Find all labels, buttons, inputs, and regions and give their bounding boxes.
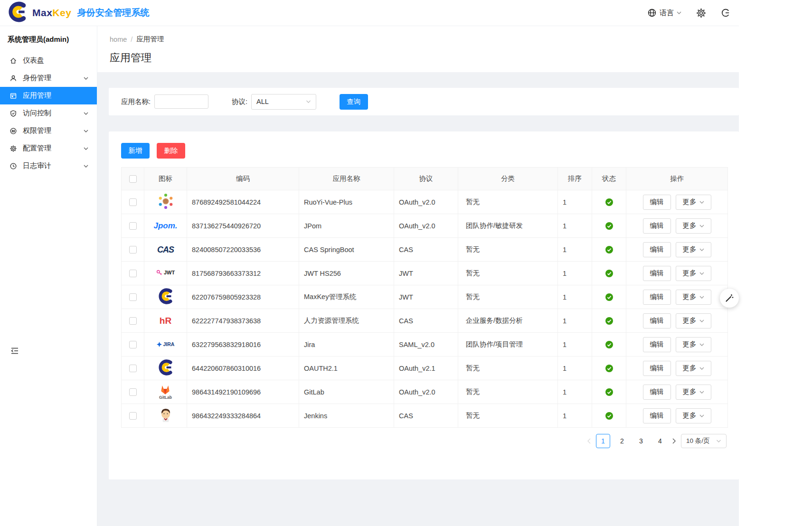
page-size-select[interactable]: 10 条/页: [681, 434, 727, 448]
app-name: RuoYi-Vue-Plus: [299, 190, 394, 214]
edit-button[interactable]: 编辑: [643, 195, 671, 210]
sidebar-item-audit[interactable]: 日志审计: [0, 157, 97, 175]
page-button-3[interactable]: 3: [634, 434, 648, 448]
col-header-code: 编码: [187, 168, 299, 190]
settings-button[interactable]: [696, 8, 707, 19]
row-checkbox[interactable]: [129, 388, 137, 396]
audit-icon: [9, 162, 17, 170]
app-code: 824008507220033536: [187, 238, 299, 262]
app-category: 团队协作/敏捷研发: [458, 214, 558, 238]
edit-button[interactable]: 编辑: [643, 266, 671, 281]
col-header-status: 状态: [592, 168, 626, 190]
chevron-down-icon: [84, 76, 88, 80]
row-checkbox[interactable]: [129, 365, 137, 372]
row-checkbox[interactable]: [129, 341, 137, 348]
more-button[interactable]: 更多: [676, 242, 711, 257]
sidebar-menu: 仪表盘 身份管理 应用管理 访问控制: [0, 52, 97, 175]
theme-settings-button[interactable]: [720, 289, 739, 308]
chevron-down-icon: [699, 390, 704, 394]
sidebar-item-access-control[interactable]: 访问控制: [0, 104, 97, 122]
chevron-down-icon: [699, 343, 704, 347]
edit-button[interactable]: 编辑: [643, 218, 671, 234]
app-protocol: OAuth_v2.1: [394, 357, 458, 380]
delete-button[interactable]: 删除: [157, 143, 185, 159]
more-button[interactable]: 更多: [676, 385, 711, 400]
row-checkbox[interactable]: [129, 198, 137, 206]
more-button[interactable]: 更多: [676, 361, 711, 376]
edit-button[interactable]: 编辑: [643, 313, 671, 329]
table-toolbar: 新增 删除: [121, 143, 727, 159]
app-code: 876892492581044224: [187, 190, 299, 214]
more-button[interactable]: 更多: [676, 337, 711, 352]
more-button[interactable]: 更多: [676, 195, 711, 210]
app-sort: 1: [558, 262, 592, 285]
chevron-down-icon: [699, 224, 704, 228]
app-code: 986431492190109696: [187, 380, 299, 404]
more-button[interactable]: 更多: [676, 266, 711, 281]
edit-button[interactable]: 编辑: [643, 337, 671, 352]
status-enabled-icon: [605, 292, 614, 300]
app-category: 暂无: [458, 404, 558, 428]
edit-button[interactable]: 编辑: [643, 408, 671, 423]
sidebar-item-identity[interactable]: 身份管理: [0, 69, 97, 87]
sidebar-item-applications[interactable]: 应用管理: [0, 87, 97, 104]
app-name-input[interactable]: [154, 94, 208, 109]
more-button[interactable]: 更多: [676, 290, 711, 305]
page-title: 应用管理: [110, 51, 727, 65]
more-button[interactable]: 更多: [676, 408, 711, 423]
protocol-select[interactable]: ALL: [251, 94, 316, 110]
app-root: MaxKey 身份安全管理系统 语言 系统管理员(admin): [0, 0, 739, 526]
chevron-down-icon: [84, 147, 88, 150]
status-enabled-icon: [605, 245, 614, 253]
app-protocol: JWT: [394, 285, 458, 309]
logout-button[interactable]: [721, 8, 730, 18]
row-checkbox[interactable]: [129, 270, 137, 277]
hr-logo: hR: [160, 316, 171, 325]
more-button[interactable]: 更多: [676, 313, 711, 329]
maxkey-logo-icon: [7, 1, 28, 25]
sidebar-collapse-button[interactable]: [10, 347, 19, 357]
jenkins-logo: [159, 407, 172, 423]
row-checkbox[interactable]: [129, 246, 137, 254]
next-page-button[interactable]: [672, 438, 676, 444]
page-button-2[interactable]: 2: [615, 434, 629, 448]
app-name: JWT HS256: [299, 262, 394, 285]
app-sort: 1: [558, 285, 592, 309]
status-enabled-icon: [605, 269, 614, 276]
page-button-4[interactable]: 4: [653, 434, 667, 448]
row-checkbox[interactable]: [129, 412, 137, 420]
breadcrumb-current: 应用管理: [136, 35, 164, 44]
edit-button[interactable]: 编辑: [643, 361, 671, 376]
row-checkbox[interactable]: [129, 293, 137, 301]
prev-page-button[interactable]: [587, 438, 591, 444]
language-switcher[interactable]: 语言: [647, 8, 681, 18]
sidebar-item-permissions[interactable]: 权限管理: [0, 122, 97, 140]
sidebar-item-dashboard[interactable]: 仪表盘: [0, 52, 97, 69]
app-sort: 1: [558, 333, 592, 357]
page-button-1[interactable]: 1: [596, 434, 610, 448]
app-category: 暂无: [458, 285, 558, 309]
globe-icon: [647, 8, 657, 18]
col-header-actions: 操作: [626, 168, 728, 190]
breadcrumb-home[interactable]: home: [110, 36, 127, 43]
app-code: 837136275440926720: [187, 214, 299, 238]
app-sort: 1: [558, 404, 592, 428]
brand-name: MaxKey: [32, 7, 71, 19]
pagination-pages: 1234: [596, 434, 667, 448]
edit-button[interactable]: 编辑: [643, 290, 671, 305]
app-code: 986432249333284864: [187, 404, 299, 428]
add-button[interactable]: 新增: [121, 143, 150, 159]
table-row: hR 622227747938373638 人力资源管理系统 CAS 企业服务/…: [122, 309, 728, 333]
identity-icon: [9, 75, 17, 82]
col-header-name: 应用名称: [299, 168, 394, 190]
row-checkbox[interactable]: [129, 317, 137, 325]
apps-icon: [9, 92, 17, 100]
row-checkbox[interactable]: [129, 222, 137, 230]
select-all-checkbox[interactable]: [129, 175, 137, 183]
sidebar-item-configuration[interactable]: 配置管理: [0, 140, 97, 157]
more-button[interactable]: 更多: [676, 218, 711, 234]
edit-button[interactable]: 编辑: [643, 385, 671, 400]
edit-button[interactable]: 编辑: [643, 242, 671, 257]
search-button[interactable]: 查询: [340, 94, 368, 110]
gear-icon: [696, 8, 707, 19]
